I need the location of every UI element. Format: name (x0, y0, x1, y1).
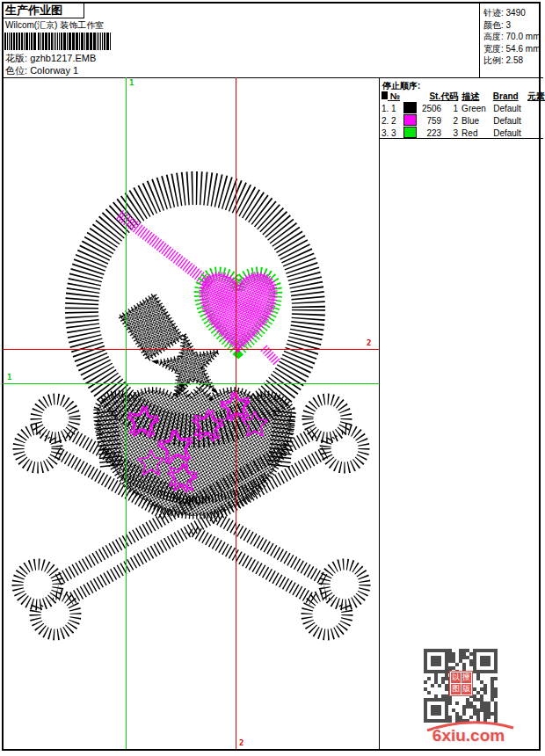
stop-sequence-header: № St. 代码 描述 Brand 元素 (382, 91, 543, 103)
col-element: 元素 (527, 91, 543, 103)
guide-label-1-left: 1 (7, 374, 11, 382)
col-brand: Brand (491, 91, 527, 101)
guide-label-1-top: 1 (129, 79, 134, 87)
table-row: 1. 1 2506 1 Green Default (382, 103, 543, 115)
design-scale: 比例: 2.58 (483, 55, 541, 67)
design-height: 高度: 70.0 mm (483, 31, 541, 43)
red-stamp: 以 搜 图 版 (449, 671, 473, 696)
color-swatch-black (403, 102, 417, 113)
colorway: 色位: Colorway 1 (5, 64, 78, 77)
guide-green-horizontal (3, 383, 379, 384)
color-swatch-magenta (403, 114, 417, 126)
embroidery-design-canvas (3, 77, 379, 749)
guide-red-vertical (236, 77, 236, 749)
color-count: 颜色: 3 (483, 19, 541, 32)
color-swatch-green (403, 127, 417, 138)
guide-label-2-right: 2 (367, 339, 371, 347)
skull (82, 188, 309, 516)
guide-green-vertical (126, 77, 127, 749)
production-worksheet: 生产作业图 Wilcom(汇京) 装饰工作室 花版: gzhb1217.EMB … (0, 0, 545, 756)
company-name: Wilcom(汇京) 装饰工作室 (5, 19, 104, 32)
watermark-site: 6xiu.com (420, 726, 517, 745)
col-code: 代码 (440, 91, 458, 103)
table-row: 2. 2 759 2 Blue Default (382, 115, 543, 127)
guide-label-2-bottom: 2 (239, 739, 243, 747)
table-row: 3. 3 223 3 Red Default (382, 127, 543, 139)
page-title: 生产作业图 (4, 4, 84, 18)
barcode (4, 33, 113, 50)
guide-red-horizontal (3, 349, 379, 350)
pattern-file: 花版: gzhb1217.EMB (5, 52, 96, 65)
sidebar-divider (379, 77, 380, 749)
design-summary: 针迹: 3490 颜色: 3 高度: 70.0 mm 宽度: 54.6 mm 比… (479, 4, 541, 77)
stop-icon: № (382, 91, 403, 101)
stitch-count: 针迹: 3490 (483, 7, 541, 19)
patch-strap-end (264, 348, 278, 363)
design-width: 宽度: 54.6 mm (483, 43, 541, 55)
col-stitches: St. (418, 91, 440, 101)
stop-sequence-table: № St. 代码 描述 Brand 元素 1. 1 2506 1 Green D… (382, 91, 543, 139)
col-description: 描述 (458, 91, 491, 103)
